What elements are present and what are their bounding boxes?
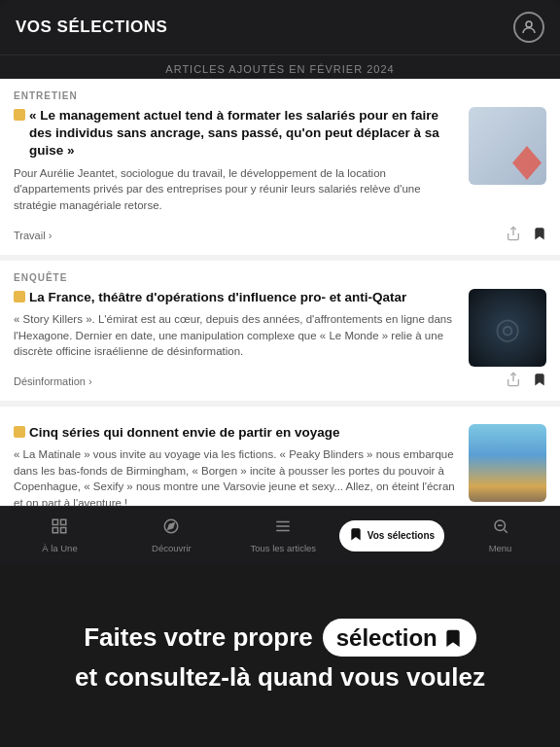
article-card[interactable]: ENTRETIEN « Le management actuel tend à … <box>0 79 560 261</box>
tab-menu-label: Menu <box>489 543 512 553</box>
article-content: Cinq séries qui donnent envie de partir … <box>14 424 459 506</box>
article-title: Cinq séries qui donnent envie de partir … <box>29 424 340 442</box>
article-category: ENQUÊTE <box>14 272 546 283</box>
article-main: La France, théâtre d'opérations d'influe… <box>14 289 546 368</box>
tab-tous[interactable]: Tous les articles <box>228 514 339 557</box>
une-icon <box>51 517 68 540</box>
article-main: Cinq séries qui donnent envie de partir … <box>14 424 546 506</box>
article-image <box>469 424 546 502</box>
header-title: VOS SÉLECTIONS <box>16 18 167 37</box>
selections-icon <box>349 526 363 546</box>
article-tag[interactable]: Travail › <box>14 230 52 241</box>
article-excerpt: Pour Aurélie Jeantet, sociologue du trav… <box>14 165 459 214</box>
article-title-row: Cinq séries qui donnent envie de partir … <box>14 424 459 442</box>
svg-point-0 <box>526 21 532 27</box>
svg-line-15 <box>504 529 507 532</box>
bookmark-button[interactable] <box>533 226 546 245</box>
svg-rect-7 <box>53 528 58 533</box>
month-label: ARTICLES AJOUTÉS EN FÉVRIER 2024 <box>0 55 560 79</box>
article-actions <box>506 226 546 245</box>
promo-pill-text: sélection <box>336 622 438 653</box>
article-type-icon <box>14 291 25 302</box>
article-card[interactable]: Cinq séries qui donnent envie de partir … <box>0 407 560 506</box>
promo-line1: Faites votre propre sélection <box>84 619 476 657</box>
promo-pill: sélection <box>323 619 476 657</box>
article-main: « Le management actuel tend à formater l… <box>14 107 546 222</box>
article-footer: Désinformation › <box>14 372 546 391</box>
svg-rect-8 <box>61 528 66 533</box>
svg-rect-5 <box>53 519 58 524</box>
article-actions <box>506 372 546 391</box>
article-excerpt: « Story Killers ». L'émirat est au cœur,… <box>14 311 459 360</box>
article-type-icon <box>14 109 25 121</box>
share-button[interactable] <box>506 226 521 245</box>
article-image <box>469 107 546 185</box>
promo-prefix: Faites votre propre <box>84 622 313 655</box>
tab-bar: À la Une Découvrir Tous les articles <box>0 506 560 564</box>
article-type-icon <box>14 426 25 438</box>
share-button[interactable] <box>506 372 521 391</box>
tab-menu[interactable]: Menu <box>444 514 556 557</box>
promo-line2: et consultez-là quand vous voulez <box>75 662 485 693</box>
article-excerpt: « La Matinale » vous invite au voyage vi… <box>14 446 459 506</box>
article-title-row: La France, théâtre d'opérations d'influe… <box>14 289 459 306</box>
app-frame: VOS SÉLECTIONS ARTICLES AJOUTÉS EN FÉVRI… <box>0 0 560 564</box>
articles-list: ENTRETIEN « Le management actuel tend à … <box>0 79 560 506</box>
tab-une-label: À la Une <box>42 543 77 553</box>
decouvrir-icon <box>162 517 180 540</box>
article-title: La France, théâtre d'opérations d'influe… <box>29 289 406 306</box>
article-image <box>469 289 546 367</box>
tab-selections-label: Vos sélections <box>368 530 435 541</box>
article-card[interactable]: ENQUÊTE La France, théâtre d'opérations … <box>0 261 560 407</box>
svg-rect-6 <box>61 519 66 524</box>
svg-marker-10 <box>168 523 174 529</box>
tous-icon <box>274 517 292 540</box>
app-header: VOS SÉLECTIONS <box>0 0 560 55</box>
avatar-button[interactable] <box>513 12 544 43</box>
menu-icon <box>492 517 509 540</box>
promo-area: Faites votre propre sélection et consult… <box>0 564 560 747</box>
article-tag[interactable]: Désinformation › <box>14 375 92 387</box>
tab-decouvrir[interactable]: Découvrir <box>116 514 228 557</box>
article-title-row: « Le management actuel tend à formater l… <box>14 107 459 160</box>
tab-tous-label: Tous les articles <box>251 543 317 553</box>
tab-decouvrir-label: Découvrir <box>152 543 192 553</box>
bookmark-button[interactable] <box>533 372 546 391</box>
tab-selections[interactable]: Vos sélections <box>339 520 444 551</box>
article-category: ENTRETIEN <box>14 90 546 101</box>
article-content: « Le management actuel tend à formater l… <box>14 107 459 222</box>
article-content: La France, théâtre d'opérations d'influe… <box>14 289 459 368</box>
article-title: « Le management actuel tend à formater l… <box>29 107 459 160</box>
tab-une[interactable]: À la Une <box>4 514 116 557</box>
article-footer: Travail › <box>14 226 546 245</box>
